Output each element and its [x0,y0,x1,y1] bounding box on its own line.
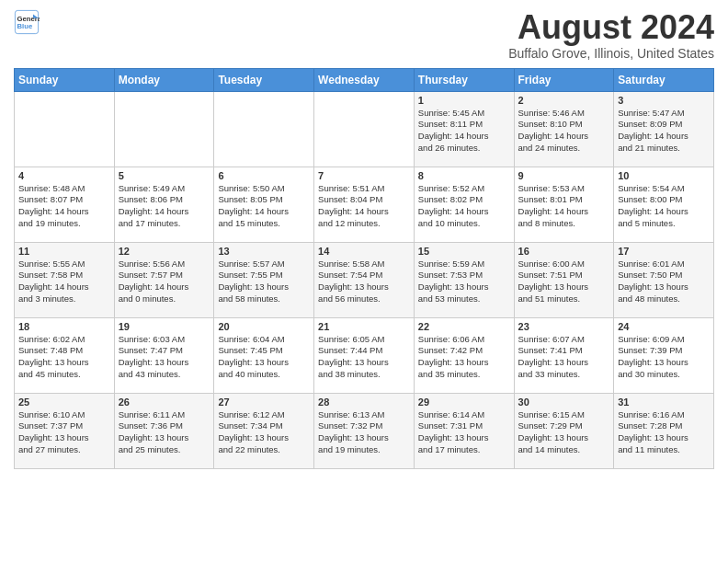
day-info: Sunrise: 6:11 AM Sunset: 7:36 PM Dayligh… [119,409,210,456]
day-number: 21 [318,321,410,332]
calendar-subtitle: Buffalo Grove, Illinois, United States [508,46,714,61]
calendar-cell [314,91,415,167]
day-number: 24 [618,321,710,332]
day-number: 22 [418,321,510,332]
day-info: Sunrise: 5:56 AM Sunset: 7:57 PM Dayligh… [119,259,210,305]
header-row: Sunday Monday Tuesday Wednesday Thursday… [15,68,714,91]
day-number: 12 [119,246,210,257]
calendar-cell: 28Sunrise: 6:13 AM Sunset: 7:32 PM Dayli… [314,393,415,468]
day-number: 8 [418,170,510,181]
day-number: 30 [518,396,610,408]
calendar-cell: 18Sunrise: 6:02 AM Sunset: 7:48 PM Dayli… [15,317,115,393]
calendar-body: 1Sunrise: 5:45 AM Sunset: 8:11 PM Daylig… [15,91,714,468]
day-number: 29 [418,396,510,408]
day-info: Sunrise: 6:14 AM Sunset: 7:31 PM Dayligh… [418,409,510,456]
calendar-cell: 19Sunrise: 6:03 AM Sunset: 7:47 PM Dayli… [114,317,214,393]
calendar-week-4: 18Sunrise: 6:02 AM Sunset: 7:48 PM Dayli… [15,317,714,393]
calendar-cell: 3Sunrise: 5:47 AM Sunset: 8:09 PM Daylig… [614,91,714,167]
day-number: 26 [119,396,210,408]
calendar-cell: 29Sunrise: 6:14 AM Sunset: 7:31 PM Dayli… [414,393,514,468]
day-info: Sunrise: 6:07 AM Sunset: 7:41 PM Dayligh… [518,334,610,381]
day-info: Sunrise: 6:00 AM Sunset: 7:51 PM Dayligh… [518,259,610,305]
day-info: Sunrise: 6:01 AM Sunset: 7:50 PM Dayligh… [618,259,710,305]
day-info: Sunrise: 6:09 AM Sunset: 7:39 PM Dayligh… [618,334,710,381]
day-number: 20 [218,321,310,332]
day-number: 25 [18,396,110,408]
day-number: 31 [618,396,710,408]
day-number: 10 [618,170,710,181]
col-friday: Friday [514,68,614,91]
day-info: Sunrise: 5:48 AM Sunset: 8:07 PM Dayligh… [18,183,110,230]
col-saturday: Saturday [614,68,714,91]
calendar-cell: 23Sunrise: 6:07 AM Sunset: 7:41 PM Dayli… [514,317,614,393]
day-info: Sunrise: 5:45 AM Sunset: 8:11 PM Dayligh… [418,108,510,155]
calendar-cell: 11Sunrise: 5:55 AM Sunset: 7:58 PM Dayli… [15,242,115,317]
calendar-table: Sunday Monday Tuesday Wednesday Thursday… [14,68,714,469]
calendar-cell: 21Sunrise: 6:05 AM Sunset: 7:44 PM Dayli… [314,317,415,393]
calendar-cell: 17Sunrise: 6:01 AM Sunset: 7:50 PM Dayli… [614,242,714,317]
day-info: Sunrise: 6:12 AM Sunset: 7:34 PM Dayligh… [218,409,310,456]
calendar-cell: 6Sunrise: 5:50 AM Sunset: 8:05 PM Daylig… [214,167,314,242]
col-wednesday: Wednesday [314,68,415,91]
day-info: Sunrise: 5:49 AM Sunset: 8:06 PM Dayligh… [119,183,210,230]
calendar-cell: 26Sunrise: 6:11 AM Sunset: 7:36 PM Dayli… [114,393,214,468]
day-number: 15 [418,246,510,257]
day-number: 5 [119,170,210,181]
day-number: 23 [518,321,610,332]
day-info: Sunrise: 6:03 AM Sunset: 7:47 PM Dayligh… [119,334,210,381]
day-info: Sunrise: 5:58 AM Sunset: 7:54 PM Dayligh… [318,259,410,305]
day-info: Sunrise: 5:54 AM Sunset: 8:00 PM Dayligh… [618,183,710,230]
calendar-cell: 31Sunrise: 6:16 AM Sunset: 7:28 PM Dayli… [614,393,714,468]
day-number: 11 [18,246,110,257]
day-info: Sunrise: 5:46 AM Sunset: 8:10 PM Dayligh… [518,108,610,155]
day-info: Sunrise: 6:04 AM Sunset: 7:45 PM Dayligh… [218,334,310,381]
calendar-cell [15,91,115,167]
calendar-cell: 13Sunrise: 5:57 AM Sunset: 7:55 PM Dayli… [214,242,314,317]
day-number: 1 [418,95,510,106]
calendar-cell: 14Sunrise: 5:58 AM Sunset: 7:54 PM Dayli… [314,242,415,317]
day-info: Sunrise: 5:59 AM Sunset: 7:53 PM Dayligh… [418,259,510,305]
calendar-cell: 12Sunrise: 5:56 AM Sunset: 7:57 PM Dayli… [114,242,214,317]
calendar-cell: 7Sunrise: 5:51 AM Sunset: 8:04 PM Daylig… [314,167,415,242]
day-number: 17 [618,246,710,257]
day-number: 27 [218,396,310,408]
day-info: Sunrise: 5:50 AM Sunset: 8:05 PM Dayligh… [218,183,310,230]
col-tuesday: Tuesday [214,68,314,91]
day-number: 6 [218,170,310,181]
day-info: Sunrise: 5:47 AM Sunset: 8:09 PM Dayligh… [618,108,710,155]
calendar-cell: 4Sunrise: 5:48 AM Sunset: 8:07 PM Daylig… [15,167,115,242]
calendar-cell: 27Sunrise: 6:12 AM Sunset: 7:34 PM Dayli… [214,393,314,468]
day-info: Sunrise: 5:51 AM Sunset: 8:04 PM Dayligh… [318,183,410,230]
day-number: 28 [318,396,410,408]
day-info: Sunrise: 5:53 AM Sunset: 8:01 PM Dayligh… [518,183,610,230]
calendar-header: Sunday Monday Tuesday Wednesday Thursday… [15,68,714,91]
calendar-cell: 10Sunrise: 5:54 AM Sunset: 8:00 PM Dayli… [614,167,714,242]
day-info: Sunrise: 6:16 AM Sunset: 7:28 PM Dayligh… [618,409,710,456]
calendar-cell: 1Sunrise: 5:45 AM Sunset: 8:11 PM Daylig… [414,91,514,167]
calendar-week-3: 11Sunrise: 5:55 AM Sunset: 7:58 PM Dayli… [15,242,714,317]
calendar-week-5: 25Sunrise: 6:10 AM Sunset: 7:37 PM Dayli… [15,393,714,468]
calendar-cell: 22Sunrise: 6:06 AM Sunset: 7:42 PM Dayli… [414,317,514,393]
col-monday: Monday [114,68,214,91]
calendar-cell: 16Sunrise: 6:00 AM Sunset: 7:51 PM Dayli… [514,242,614,317]
day-number: 16 [518,246,610,257]
calendar-cell [114,91,214,167]
day-info: Sunrise: 5:55 AM Sunset: 7:58 PM Dayligh… [18,259,110,305]
calendar-cell: 5Sunrise: 5:49 AM Sunset: 8:06 PM Daylig… [114,167,214,242]
day-number: 19 [119,321,210,332]
day-number: 7 [318,170,410,181]
calendar-week-2: 4Sunrise: 5:48 AM Sunset: 8:07 PM Daylig… [15,167,714,242]
col-sunday: Sunday [15,68,115,91]
day-number: 14 [318,246,410,257]
day-number: 4 [18,170,110,181]
calendar-cell: 8Sunrise: 5:52 AM Sunset: 8:02 PM Daylig… [414,167,514,242]
calendar-cell: 15Sunrise: 5:59 AM Sunset: 7:53 PM Dayli… [414,242,514,317]
calendar-title: August 2024 [508,9,714,46]
day-info: Sunrise: 6:06 AM Sunset: 7:42 PM Dayligh… [418,334,510,381]
day-info: Sunrise: 6:10 AM Sunset: 7:37 PM Dayligh… [18,409,110,456]
calendar-cell: 25Sunrise: 6:10 AM Sunset: 7:37 PM Dayli… [15,393,115,468]
col-thursday: Thursday [414,68,514,91]
day-info: Sunrise: 5:57 AM Sunset: 7:55 PM Dayligh… [218,259,310,305]
day-info: Sunrise: 6:13 AM Sunset: 7:32 PM Dayligh… [318,409,410,456]
calendar-week-1: 1Sunrise: 5:45 AM Sunset: 8:11 PM Daylig… [15,91,714,167]
